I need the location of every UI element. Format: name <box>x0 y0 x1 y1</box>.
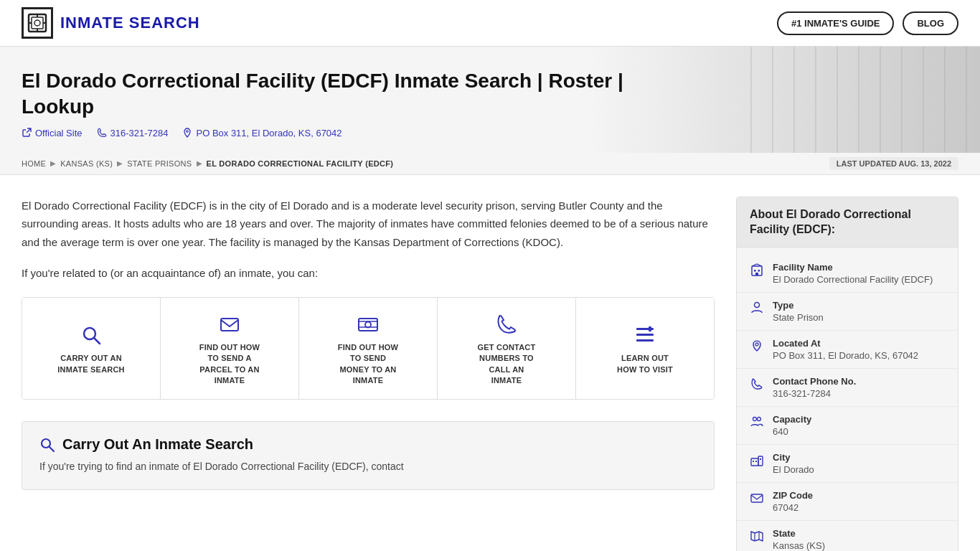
svg-rect-11 <box>359 319 377 331</box>
pin-icon <box>750 339 764 354</box>
svg-point-27 <box>753 418 757 421</box>
action-label-contact: GET CONTACTNUMBERS TOCALL ANINMATE <box>478 342 536 387</box>
search-section: Carry Out An Inmate Search If you're try… <box>22 421 715 489</box>
svg-rect-33 <box>760 458 761 460</box>
action-card-money[interactable]: FIND OUT HOWTO SENDMONEY TO ANINMATE <box>299 298 438 400</box>
search-section-body: If you're trying to find an inmate of El… <box>39 458 697 474</box>
last-updated-badge: LAST UPDATED AUG. 13, 2022 <box>829 157 958 170</box>
breadcrumb-sep-2: ▶ <box>117 159 123 167</box>
breadcrumb-sep-1: ▶ <box>50 159 56 167</box>
breadcrumb-home[interactable]: HOME <box>22 159 46 168</box>
header-buttons: #1 INMATE'S GUIDE BLOG <box>777 11 958 35</box>
city-icon <box>750 453 764 468</box>
sidebar-item-location: Located At PO Box 311, El Dorado, KS, 67… <box>737 331 958 369</box>
money-icon <box>357 314 379 335</box>
zip-label: ZIP Code <box>773 490 813 501</box>
facility-name-content: Facility Name El Dorado Correctional Fac… <box>773 262 933 285</box>
phone-icon <box>496 314 517 335</box>
facility-name-label: Facility Name <box>773 262 933 273</box>
search-section-icon <box>39 437 55 453</box>
facility-name-value: El Dorado Correctional Facility (EDCF) <box>773 274 933 285</box>
action-card-search[interactable]: CARRY OUT ANINMATE SEARCH <box>22 298 161 400</box>
sidebar-column: About El Dorado CorrectionalFacility (ED… <box>736 197 958 551</box>
phone-label: Contact Phone No. <box>773 376 856 387</box>
sidebar-item-facility-name: Facility Name El Dorado Correctional Fac… <box>737 255 958 293</box>
blog-button[interactable]: BLOG <box>903 11 958 35</box>
svg-point-2 <box>34 20 40 26</box>
sidebar-item-type: Type State Prison <box>737 293 958 331</box>
action-label-parcel: FIND OUT HOWTO SEND APARCEL TO ANINMATE <box>199 342 260 387</box>
search-icon <box>80 324 102 346</box>
breadcrumb-sep-3: ▶ <box>197 159 202 167</box>
svg-rect-24 <box>755 273 758 276</box>
sidebar-title: About El Dorado CorrectionalFacility (ED… <box>737 197 958 248</box>
svg-rect-16 <box>636 334 654 336</box>
state-value: Kansas (KS) <box>773 540 825 551</box>
envelope-icon <box>219 314 240 335</box>
sidebar-item-state: State Kansas (KS) <box>737 521 958 551</box>
sidebar-item-zip: ZIP Code 67042 <box>737 483 958 521</box>
mail-icon <box>750 491 764 507</box>
sidebar-item-capacity: Capacity 640 <box>737 407 958 445</box>
address-meta: PO Box 311, El Dorado, KS, 67042 <box>182 128 341 138</box>
official-site-label: Official Site <box>35 128 83 138</box>
svg-line-20 <box>50 447 54 451</box>
breadcrumb-current: EL DORADO CORRECTIONAL FACILITY (EDCF) <box>207 159 394 168</box>
type-value: State Prison <box>773 312 824 323</box>
city-content: City El Dorado <box>773 452 814 475</box>
svg-rect-18 <box>649 326 651 331</box>
sidebar-items: Facility Name El Dorado Correctional Fac… <box>737 248 958 551</box>
phone-icon-sidebar <box>750 377 764 392</box>
type-content: Type State Prison <box>773 300 824 323</box>
page-title: El Dorado Correctional Facility (EDCF) I… <box>22 68 631 121</box>
type-label: Type <box>773 300 824 311</box>
svg-rect-17 <box>636 339 654 342</box>
action-label-search: CARRY OUT ANINMATE SEARCH <box>57 353 124 375</box>
sidebar-item-city: City El Dorado <box>737 445 958 483</box>
action-cards: CARRY OUT ANINMATE SEARCH FIND OUT HOWTO… <box>22 297 715 400</box>
search-section-title: Carry Out An Inmate Search <box>62 436 253 453</box>
svg-point-28 <box>758 418 761 421</box>
state-content: State Kansas (KS) <box>773 528 825 551</box>
description-para1: El Dorado Correctional Facility (EDCF) i… <box>22 197 715 252</box>
svg-point-25 <box>755 303 760 308</box>
svg-rect-22 <box>754 270 756 272</box>
svg-rect-31 <box>753 461 754 462</box>
breadcrumb-state-prisons[interactable]: STATE PRISONS <box>127 159 192 168</box>
location-content: Located At PO Box 311, El Dorado, KS, 67… <box>773 338 918 361</box>
official-site-link[interactable]: Official Site <box>22 128 83 138</box>
svg-point-19 <box>42 439 50 448</box>
map-icon <box>750 529 764 545</box>
state-label: State <box>773 528 825 539</box>
header: INMATE SEARCH #1 INMATE'S GUIDE BLOG <box>0 0 980 47</box>
breadcrumb-kansas[interactable]: KANSAS (KS) <box>60 159 113 168</box>
svg-rect-30 <box>758 456 763 466</box>
breadcrumb: HOME ▶ KANSAS (KS) ▶ STATE PRISONS ▶ EL … <box>0 153 980 175</box>
hero-background <box>750 47 980 153</box>
guide-button[interactable]: #1 INMATE'S GUIDE <box>777 11 894 35</box>
phone-content: Contact Phone No. 316-321-7284 <box>773 376 856 399</box>
action-card-visit[interactable]: LEARN OUTHOW TO VISIT <box>576 298 714 400</box>
phone-value: 316-321-7284 <box>773 388 856 399</box>
sidebar-item-phone: Contact Phone No. 316-321-7284 <box>737 369 958 407</box>
svg-rect-10 <box>221 319 238 331</box>
capacity-content: Capacity 640 <box>773 414 811 437</box>
main-layout: El Dorado Correctional Facility (EDCF) i… <box>0 175 980 551</box>
svg-rect-29 <box>751 458 758 466</box>
svg-rect-1 <box>32 17 43 29</box>
hero-banner: El Dorado Correctional Facility (EDCF) I… <box>0 47 980 153</box>
list-icon <box>634 324 656 346</box>
person-icon <box>750 301 764 316</box>
action-card-contact[interactable]: GET CONTACTNUMBERS TOCALL ANINMATE <box>438 298 576 400</box>
capacity-value: 640 <box>773 426 811 437</box>
location-icon-hero <box>182 128 192 138</box>
building-icon <box>750 263 764 278</box>
svg-line-9 <box>94 338 100 344</box>
description-para2: If you're related to (or an acquaintance… <box>22 264 715 283</box>
phone-icon-hero <box>97 128 107 138</box>
city-value: El Dorado <box>773 464 814 475</box>
svg-rect-32 <box>755 461 757 462</box>
phone-meta[interactable]: 316-321-7284 <box>97 128 169 138</box>
location-value: PO Box 311, El Dorado, KS, 67042 <box>773 350 918 361</box>
action-card-parcel[interactable]: FIND OUT HOWTO SEND APARCEL TO ANINMATE <box>161 298 299 400</box>
